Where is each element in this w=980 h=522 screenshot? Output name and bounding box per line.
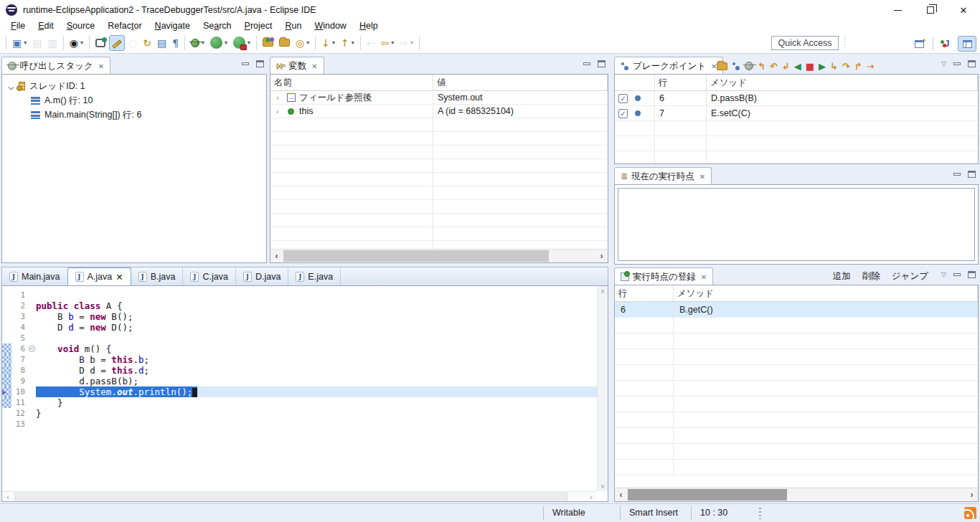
scroll-down-icon[interactable]: ∨ — [598, 483, 608, 490]
expander-icon[interactable]: › — [276, 93, 283, 102]
column-line[interactable]: 行 — [655, 75, 707, 90]
code-editor[interactable]: 12public class A {3 B b = new B();4 D d … — [2, 286, 597, 491]
code-line[interactable]: 5 — [2, 333, 597, 343]
scroll-thumb[interactable] — [628, 489, 787, 500]
next-annotation-icon[interactable]: ↓▾ — [319, 35, 337, 51]
menu-project[interactable]: Project — [238, 20, 279, 32]
run-icon[interactable]: ▾ — [208, 35, 230, 51]
code-line[interactable]: ▶10 System.out.println(); — [2, 386, 597, 397]
view-menu-icon[interactable]: ▽ — [941, 60, 946, 67]
close-icon[interactable]: ✕ — [116, 272, 123, 283]
highlighter-icon[interactable] — [109, 35, 125, 51]
current-exec-tab[interactable]: ≣ 現在の実行時点 ✕ — [614, 167, 712, 185]
debug-icon[interactable]: ▾ — [189, 35, 207, 51]
run-to-line-icon[interactable]: ⇢ — [865, 58, 876, 74]
status-cursor-position[interactable]: 10 : 30 — [700, 508, 727, 518]
breakpoint-checkbox[interactable]: ✓ — [618, 94, 628, 103]
step-back-into-icon[interactable]: ↰ — [756, 58, 767, 74]
maximize-view-icon[interactable] — [598, 60, 606, 67]
jump-button[interactable]: ジャンプ — [892, 270, 928, 283]
search-icon[interactable]: ◎▾ — [293, 35, 311, 51]
open-type-icon[interactable] — [260, 35, 275, 51]
step-into-icon[interactable]: ↱ — [853, 58, 864, 74]
terminate-icon[interactable]: ■ — [804, 58, 816, 74]
menu-search[interactable]: Search — [197, 20, 238, 32]
step-return-icon[interactable]: ↳ — [829, 58, 839, 74]
column-line[interactable]: 行 — [615, 285, 674, 301]
minimize-button[interactable] — [881, 0, 914, 20]
code-line[interactable]: 3 B b = new B(); — [2, 311, 597, 322]
minimize-view-icon[interactable] — [242, 62, 249, 65]
menu-window[interactable]: Window — [308, 20, 352, 32]
scroll-left-icon[interactable]: ‹ — [615, 488, 627, 501]
expand-chevron-icon[interactable] — [8, 83, 14, 90]
close-icon[interactable]: ✕ — [311, 62, 317, 70]
code-line[interactable]: 6− void m() { — [2, 343, 597, 354]
call-stack-tab[interactable]: 呼び出しスタック ✕ — [1, 57, 110, 75]
last-edit-location-icon[interactable]: ⇠ — [364, 35, 377, 51]
scroll-left-icon[interactable]: ‹ — [2, 492, 14, 501]
breakpoints-tab[interactable]: ブレークポイント ✕ — [614, 57, 723, 75]
scroll-thumb[interactable] — [283, 250, 549, 262]
stack-frame-item[interactable]: A.m() 行: 10 — [2, 93, 266, 108]
trace-debug-icon[interactable] — [743, 58, 755, 74]
external-tools-icon[interactable]: ▾ — [231, 35, 253, 51]
editor-tab-e-java[interactable]: JE.java — [288, 267, 341, 285]
editor-hscrollbar[interactable]: ‹ › — [2, 491, 597, 501]
maximize-view-icon[interactable] — [968, 271, 976, 278]
menu-source[interactable]: Source — [60, 20, 102, 32]
step-over-icon[interactable]: ↷ — [841, 58, 852, 74]
java-perspective-button[interactable]: J — [938, 36, 956, 52]
add-button[interactable]: 追加 — [833, 270, 851, 283]
step-forward-icon[interactable]: ▶ — [817, 58, 827, 74]
breakpoint-checkbox[interactable]: ✓ — [618, 109, 628, 118]
scroll-right-icon[interactable]: › — [966, 488, 978, 501]
table-row[interactable]: ✓7E.setC(C) — [615, 106, 978, 121]
menu-help[interactable]: Help — [353, 20, 385, 32]
code-line[interactable]: 7 B b = this.b; — [2, 354, 597, 365]
minimize-view-icon[interactable] — [953, 62, 961, 65]
code-line[interactable]: 11 } — [2, 397, 597, 408]
delete-button[interactable]: 削除 — [862, 270, 880, 283]
restore-button[interactable] — [914, 0, 947, 20]
table-row[interactable]: ›thisA (id = 685325104) — [270, 105, 608, 118]
scroll-thumb[interactable] — [14, 493, 568, 500]
close-button[interactable]: ✕ — [947, 0, 980, 20]
step-back-return-icon[interactable]: ↲ — [781, 58, 791, 74]
thread-item[interactable]: スレッドID: 1 — [2, 79, 266, 93]
variables-tab[interactable]: (x)= 変数 ✕ — [270, 57, 324, 75]
editor-tab-main-java[interactable]: JMain.java — [2, 267, 68, 285]
refresh-source-icon[interactable]: ↻ — [141, 35, 154, 51]
code-line[interactable]: 1 — [2, 290, 597, 300]
scroll-right-icon[interactable]: › — [595, 250, 608, 262]
close-icon[interactable]: ✕ — [699, 173, 705, 181]
variables-hscrollbar[interactable]: ‹ › — [270, 249, 608, 262]
maximize-view-icon[interactable] — [968, 60, 976, 67]
editor-vscrollbar[interactable]: ∧ ∨ — [597, 286, 608, 491]
save-icon[interactable]: ▤ — [30, 35, 44, 51]
table-row[interactable]: 6B.getC() — [615, 302, 978, 318]
editor-tab-a-java[interactable]: JA.java✕ — [67, 267, 131, 285]
scroll-left-icon[interactable]: ‹ — [270, 250, 283, 262]
code-line[interactable]: 12} — [2, 408, 597, 419]
editor-tab-c-java[interactable]: JC.java — [183, 267, 235, 285]
exec-points-hscrollbar[interactable]: ‹ › — [615, 488, 978, 501]
scroll-right-icon[interactable]: › — [585, 492, 597, 501]
open-perspective-button[interactable] — [910, 36, 928, 52]
code-line[interactable]: 4 D d = new D(); — [2, 322, 597, 333]
code-line[interactable]: 8 D d = this.d; — [2, 365, 597, 376]
table-row[interactable]: ✓6D.passB(B) — [615, 91, 978, 106]
column-method[interactable]: メソッド — [707, 75, 978, 90]
exec-points-tab[interactable]: 実行時点の登録 ✕ — [614, 267, 713, 285]
code-line[interactable]: 2public class A { — [2, 300, 597, 311]
mark-occurrences-icon[interactable]: ◌ — [126, 35, 139, 51]
column-name[interactable]: 名前 — [270, 75, 433, 90]
code-line[interactable]: 13 — [2, 419, 597, 430]
rss-notification-icon[interactable] — [964, 507, 976, 519]
maximize-view-icon[interactable] — [256, 60, 264, 67]
minimize-view-icon[interactable] — [953, 273, 961, 276]
stack-frame-item[interactable]: Main.main(String[]) 行: 6 — [2, 108, 266, 122]
step-backward-icon[interactable]: ◀ — [793, 58, 803, 74]
close-icon[interactable]: ✕ — [98, 62, 104, 70]
menu-edit[interactable]: Edit — [32, 20, 60, 32]
